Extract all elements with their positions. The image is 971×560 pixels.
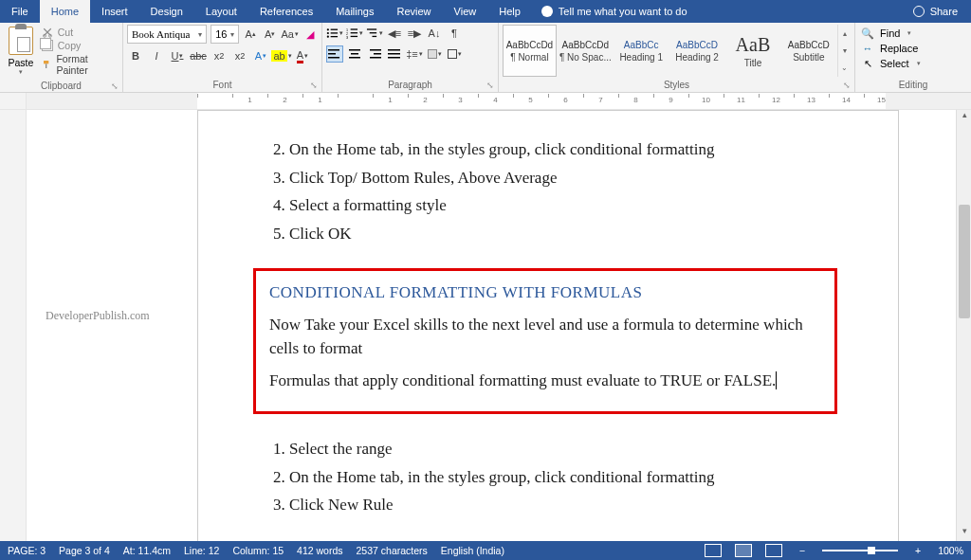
- bold-button[interactable]: B: [127, 47, 144, 64]
- style-normal[interactable]: AaBbCcDd¶ Normal: [503, 25, 557, 77]
- styles-up-icon[interactable]: ▴: [843, 29, 847, 38]
- svg-rect-24: [349, 57, 360, 59]
- font-name-combo[interactable]: Book Antiqua▾: [127, 25, 207, 44]
- bullets-button[interactable]: ▾: [326, 25, 343, 42]
- align-right-button[interactable]: [366, 45, 383, 63]
- numbering-button[interactable]: 123▾: [346, 25, 363, 42]
- sort-button[interactable]: A↓: [426, 25, 443, 42]
- status-page-of[interactable]: Page 3 of 4: [59, 545, 110, 556]
- svg-rect-28: [388, 49, 400, 51]
- find-button[interactable]: 🔍Find▾: [861, 27, 965, 40]
- cut-button[interactable]: Cut: [42, 27, 115, 38]
- list-item: Click OK: [289, 222, 837, 246]
- styles-down-icon[interactable]: ▾: [843, 46, 847, 55]
- font-color-button[interactable]: A▾: [294, 47, 311, 64]
- tab-review[interactable]: Review: [386, 0, 443, 23]
- tab-help[interactable]: Help: [487, 0, 532, 23]
- vertical-ruler[interactable]: [0, 110, 27, 541]
- svg-rect-27: [370, 57, 381, 59]
- paragraph-launcher[interactable]: ⤡: [486, 81, 494, 90]
- shrink-font-button[interactable]: A▾: [262, 26, 277, 43]
- paste-button[interactable]: Paste ▾: [4, 25, 38, 78]
- svg-rect-19: [328, 49, 339, 51]
- format-painter-button[interactable]: Format Painter: [42, 53, 115, 76]
- shading-button[interactable]: ▾: [426, 45, 443, 63]
- tab-design[interactable]: Design: [139, 0, 194, 23]
- line-spacing-button[interactable]: ‡≡▾: [406, 45, 423, 63]
- status-chars[interactable]: 2537 characters: [357, 545, 428, 556]
- zoom-slider[interactable]: [822, 550, 898, 551]
- replace-button[interactable]: ↔Replace: [861, 42, 965, 55]
- web-layout-icon[interactable]: [765, 544, 782, 557]
- highlight-button[interactable]: ab▾: [273, 47, 290, 64]
- increase-indent-button[interactable]: ≡▶: [406, 25, 423, 42]
- tab-view[interactable]: View: [443, 0, 488, 23]
- document-page[interactable]: On the Home tab, in the styles group, cl…: [197, 110, 899, 541]
- grow-font-button[interactable]: A▴: [243, 26, 258, 43]
- align-left-button[interactable]: [326, 45, 343, 63]
- underline-button[interactable]: U▾: [169, 47, 186, 64]
- text-effects-button[interactable]: A▾: [252, 47, 269, 64]
- status-language[interactable]: English (India): [441, 545, 504, 556]
- list-item: Select the range: [289, 437, 837, 461]
- status-at[interactable]: At: 11.4cm: [123, 545, 171, 556]
- scroll-thumb[interactable]: [959, 205, 970, 318]
- read-mode-icon[interactable]: [705, 544, 722, 557]
- style-subtitle[interactable]: AaBbCcDSubtitle: [781, 25, 835, 77]
- group-editing: 🔍Find▾ ↔Replace ↖Select▾ Editing: [855, 23, 971, 92]
- style-heading2[interactable]: AaBbCcDHeading 2: [670, 25, 724, 77]
- zoom-in-button[interactable]: +: [911, 545, 925, 556]
- select-button[interactable]: ↖Select▾: [861, 57, 965, 70]
- box-heading: CONDITIONAL FORMATTING WITH FORMULAS: [269, 280, 821, 305]
- clipboard-launcher[interactable]: ⤡: [111, 81, 119, 91]
- multilevel-list-button[interactable]: ▾: [366, 25, 383, 42]
- svg-rect-16: [367, 28, 376, 29]
- vertical-scrollbar[interactable]: ▴ ▾: [956, 110, 971, 541]
- decrease-indent-button[interactable]: ◀≡: [386, 25, 403, 42]
- tab-mailings[interactable]: Mailings: [324, 0, 385, 23]
- clear-formatting-button[interactable]: ◢: [302, 26, 318, 43]
- tab-file[interactable]: File: [0, 0, 40, 23]
- font-launcher[interactable]: ⤡: [310, 81, 318, 90]
- tell-me[interactable]: Tell me what you want to do: [532, 6, 697, 17]
- superscript-button[interactable]: x2: [231, 47, 248, 64]
- print-layout-icon[interactable]: [735, 544, 752, 557]
- style-title[interactable]: AaBTitle: [726, 25, 780, 77]
- horizontal-ruler[interactable]: 12112345678910111213141516171819: [0, 93, 971, 110]
- tab-references[interactable]: References: [248, 0, 324, 23]
- svg-rect-29: [388, 53, 400, 55]
- styles-label: Styles: [664, 80, 689, 90]
- share-icon: [913, 6, 925, 17]
- group-paragraph: ▾ 123▾ ▾ ◀≡ ≡▶ A↓ ¶ ‡≡▾ ▾ ▾ Paragraph⤡: [322, 23, 499, 92]
- status-words[interactable]: 412 words: [297, 545, 342, 556]
- zoom-level[interactable]: 100%: [938, 545, 963, 556]
- styles-more-icon[interactable]: ⌄: [841, 63, 848, 72]
- italic-button[interactable]: I: [148, 47, 165, 64]
- share-button[interactable]: Share: [900, 6, 971, 17]
- copy-button[interactable]: Copy: [42, 40, 115, 51]
- justify-button[interactable]: [386, 45, 403, 63]
- styles-launcher[interactable]: ⤡: [843, 81, 851, 90]
- style-heading1[interactable]: AaBbCcHeading 1: [614, 25, 669, 77]
- status-column[interactable]: Column: 15: [232, 545, 284, 556]
- align-center-button[interactable]: [346, 45, 363, 63]
- group-styles: AaBbCcDd¶ Normal AaBbCcDd¶ No Spac... Aa…: [499, 23, 855, 92]
- strikethrough-button[interactable]: abc: [190, 47, 207, 64]
- style-no-spacing[interactable]: AaBbCcDd¶ No Spac...: [559, 25, 613, 77]
- tab-home[interactable]: Home: [40, 0, 90, 23]
- scroll-down-icon[interactable]: ▾: [957, 526, 971, 541]
- change-case-button[interactable]: Aa▾: [282, 26, 299, 43]
- svg-point-4: [327, 28, 329, 30]
- subscript-button[interactable]: x2: [211, 47, 228, 64]
- scroll-up-icon[interactable]: ▴: [957, 110, 971, 125]
- svg-rect-30: [388, 57, 400, 59]
- borders-button[interactable]: ▾: [446, 45, 463, 63]
- font-size-combo[interactable]: 16▾: [211, 25, 239, 44]
- tab-insert[interactable]: Insert: [90, 0, 139, 23]
- tab-layout[interactable]: Layout: [194, 0, 248, 23]
- status-page[interactable]: PAGE: 3: [8, 545, 46, 556]
- text-cursor: [776, 371, 777, 389]
- status-line[interactable]: Line: 12: [184, 545, 219, 556]
- zoom-out-button[interactable]: −: [796, 545, 809, 556]
- show-hide-button[interactable]: ¶: [446, 25, 463, 42]
